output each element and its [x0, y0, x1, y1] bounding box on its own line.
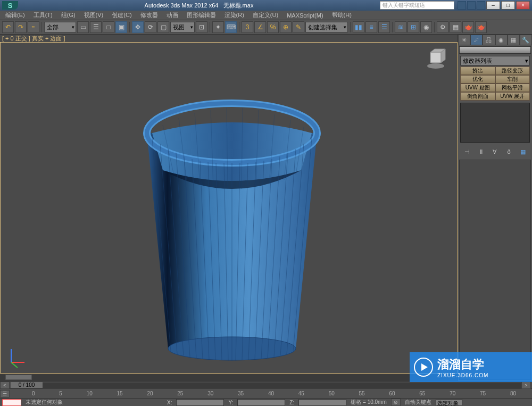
menu-graph[interactable]: 图形编辑器	[182, 10, 220, 20]
menu-edit[interactable]: 编辑(E)	[1, 10, 29, 20]
selection-filter-dropdown[interactable]: 全部	[44, 22, 76, 32]
make-unique-button[interactable]: ∀	[490, 147, 500, 156]
rotate-button[interactable]: ⟳	[145, 21, 156, 33]
cup-object[interactable]	[136, 80, 328, 367]
object-name-field[interactable]	[459, 46, 531, 54]
slider-left-icon[interactable]: <	[0, 382, 10, 389]
edit-named-button[interactable]: ✎	[293, 21, 304, 33]
z-label: Z:	[289, 400, 294, 405]
btn-extrude[interactable]: 挤出	[460, 67, 495, 75]
undo-button[interactable]: ↶	[2, 21, 14, 33]
curve-editor-button[interactable]: ≋	[395, 21, 406, 33]
redo-button[interactable]: ↷	[15, 21, 27, 33]
manipulate-button[interactable]: ✦	[212, 21, 224, 33]
svg-rect-35	[430, 52, 441, 63]
remove-mod-button[interactable]: ð	[504, 147, 514, 156]
layers-button[interactable]: ☰	[378, 21, 390, 33]
menu-help[interactable]: 帮助(H)	[328, 10, 356, 20]
pivot-button[interactable]: ⊡	[196, 21, 207, 33]
tab-modify[interactable]: ☄	[470, 35, 483, 45]
menu-maxscript[interactable]: MAXScript(M)	[282, 11, 327, 20]
btn-chamfer[interactable]: 倒角剖面	[460, 92, 495, 101]
slider-right-icon[interactable]: >	[521, 382, 531, 389]
mirror-button[interactable]: ▮▮	[353, 21, 364, 33]
viewport-label[interactable]: [ + 0 正交 ] 真实 + 边面 ]	[0, 35, 458, 42]
menu-animation[interactable]: 动画	[162, 10, 182, 20]
modifier-params	[459, 160, 531, 380]
y-input[interactable]	[237, 399, 285, 406]
tab-hierarchy[interactable]: 品	[483, 35, 495, 45]
minimize-button[interactable]: –	[486, 1, 500, 10]
play-icon	[414, 358, 433, 377]
percent-snap-button[interactable]: %	[267, 21, 279, 33]
btn-mesh-smooth[interactable]: 网格平滑	[495, 84, 530, 92]
status-bar-1: 未选定任何对象 X: Y: Z: 栅格 = 10.0mm ⊝ 自动关键点 选定对…	[0, 398, 532, 406]
ref-coord-dropdown[interactable]: 视图	[170, 22, 195, 32]
menu-modifiers[interactable]: 修改器	[136, 10, 162, 20]
svg-line-40	[11, 362, 18, 368]
select-name-button[interactable]: ☰	[90, 21, 102, 33]
show-result-button[interactable]: Ⅱ	[476, 147, 486, 156]
keyboard-shortcut-button[interactable]: ⌨	[225, 21, 237, 33]
viewcube[interactable]	[425, 48, 446, 69]
render-setup-button[interactable]: ⚙	[437, 21, 448, 33]
lock-icon[interactable]: ⊝	[391, 399, 401, 406]
window-crossing-button[interactable]: ▣	[115, 21, 127, 33]
menu-views[interactable]: 视图(V)	[80, 10, 108, 20]
render-frame-button[interactable]: ▦	[450, 21, 461, 33]
menu-customize[interactable]: 自定义(U)	[248, 10, 282, 20]
menu-group[interactable]: 组(G)	[57, 10, 80, 20]
timeline-ticks: 0510 152025 303540 455055 606570 7580	[16, 391, 532, 396]
scale-button[interactable]: ▢	[157, 21, 169, 33]
app-logo[interactable]: S	[2, 1, 18, 10]
x-input[interactable]	[176, 399, 224, 406]
z-input[interactable]	[298, 399, 346, 406]
timeline[interactable]: ☰ 0510 152025 303540 455055 606570 7580	[0, 388, 532, 398]
select-rect-button[interactable]: □	[103, 21, 114, 33]
help-icon[interactable]	[477, 1, 485, 10]
tab-create[interactable]: ✳	[458, 35, 470, 45]
render-prod-button[interactable]: 🫖	[475, 21, 487, 33]
selection-status: 未选定任何对象	[26, 399, 63, 406]
schematic-button[interactable]: ⊞	[408, 21, 419, 33]
btn-bevel[interactable]: 路径变形	[495, 67, 530, 75]
maximize-button[interactable]: □	[501, 1, 515, 10]
modifier-list-dropdown[interactable]: 修改器列表	[460, 56, 530, 65]
move-button[interactable]: ✥	[132, 21, 144, 33]
btn-optimize[interactable]: 优化	[460, 75, 495, 84]
material-editor-button[interactable]: ◉	[420, 21, 432, 33]
svg-point-34	[427, 63, 444, 69]
viewport-scroll-h[interactable]	[0, 374, 458, 381]
modifier-stack[interactable]	[460, 103, 530, 143]
named-sets-dropdown[interactable]: 创建选择集	[305, 22, 348, 32]
star-icon[interactable]	[467, 1, 476, 10]
pin-stack-button[interactable]: ⊣	[462, 147, 472, 156]
snap-3-button[interactable]: 3	[242, 21, 253, 33]
info-icon[interactable]	[458, 1, 466, 10]
configure-button[interactable]: ▦	[518, 147, 528, 156]
tab-motion[interactable]: ◉	[495, 35, 508, 45]
align-button[interactable]: ≡	[365, 21, 377, 33]
menu-create[interactable]: 创建(C)	[107, 10, 136, 20]
tab-display[interactable]: ▦	[508, 35, 520, 45]
select-object-button[interactable]: ▭	[77, 21, 89, 33]
btn-uvw-map[interactable]: UVW 贴图	[460, 84, 495, 92]
btn-lathe[interactable]: 车削	[495, 75, 530, 84]
viewport[interactable]	[0, 42, 458, 374]
render-button[interactable]: 🫖	[462, 21, 474, 33]
btn-uvw-unwrap[interactable]: UVW 展开	[495, 92, 530, 101]
script-indicator[interactable]	[2, 399, 21, 406]
auto-key-label[interactable]: 自动关键点	[405, 399, 431, 406]
link-button[interactable]: ≈	[28, 21, 39, 33]
watermark: 溜溜自学 ZIXUE.3D66.COM	[410, 352, 532, 382]
spinner-snap-button[interactable]: ⊕	[280, 21, 292, 33]
time-slider[interactable]: < 0 / 100 >	[0, 381, 532, 388]
tab-utilities[interactable]: 🔧	[520, 35, 532, 45]
timeline-config-icon[interactable]: ☰	[0, 390, 10, 397]
selected-object-field[interactable]: 选定对象	[436, 399, 462, 406]
menu-rendering[interactable]: 渲染(R)	[220, 10, 248, 20]
menu-tools[interactable]: 工具(T)	[29, 10, 57, 20]
help-search-input[interactable]: 键入关键字或短语	[380, 1, 454, 10]
close-button[interactable]: ×	[516, 1, 530, 10]
angle-snap-button[interactable]: ∠	[254, 21, 266, 33]
